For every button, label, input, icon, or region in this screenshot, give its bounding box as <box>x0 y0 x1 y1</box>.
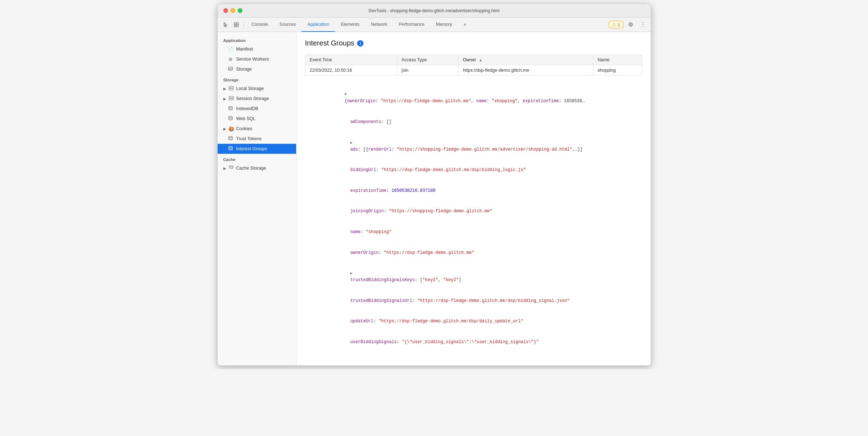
inspect-icon-button[interactable] <box>231 20 241 30</box>
toolbar-right: ⚠ 1 ⚙ ⋮ <box>609 20 648 30</box>
sidebar-item-web-sql[interactable]: Web SQL <box>218 114 296 124</box>
svg-rect-8 <box>229 96 233 98</box>
svg-rect-3 <box>234 25 236 27</box>
more-button[interactable]: ⋮ <box>638 20 648 30</box>
col-owner[interactable]: Owner ▲ <box>459 55 593 65</box>
json-detail-viewer: ▼ {ownerOrigin: "https://dsp-fledge-demo… <box>305 81 642 358</box>
expand-arrow-icon: ▶ <box>223 97 226 101</box>
service-workers-icon: ⚙ <box>228 57 233 62</box>
interest-groups-section: Interest Groups i Event Time Access Type <box>297 32 651 365</box>
tab-performance[interactable]: Performance <box>393 18 430 32</box>
json-line: name: "shopping" <box>314 222 634 243</box>
sidebar-item-label: Cookies <box>236 126 252 131</box>
json-line: userBiddingSignals: "{\"user_bidding_sig… <box>314 332 634 353</box>
cell-owner: https://dsp-fledge-demo.glitch.me <box>459 65 593 76</box>
cursor-icon-button[interactable] <box>220 20 231 30</box>
json-line: joiningOrigin: "https://shopping-fledge-… <box>314 201 634 222</box>
sidebar-item-cookies[interactable]: ▶ 🍪 Cookies <box>218 124 296 134</box>
warning-icon: ⚠ <box>612 22 616 27</box>
toolbar-divider <box>243 21 244 28</box>
cell-name: shopping <box>593 65 642 76</box>
table-row[interactable]: 22/03/2022, 10:50:16 join https://dsp-fl… <box>305 65 642 76</box>
sidebar-item-label: Cache Storage <box>236 166 266 171</box>
sidebar-item-label: Local Storage <box>236 86 264 91</box>
main-content: Application 📄 Manifest ⚙ Service Workers… <box>218 32 651 365</box>
tab-memory[interactable]: Memory <box>430 18 458 32</box>
sidebar-item-label: Storage <box>236 67 252 72</box>
close-button[interactable] <box>223 8 228 13</box>
svg-rect-1 <box>234 23 236 24</box>
svg-rect-2 <box>237 23 238 24</box>
svg-point-14 <box>229 166 233 167</box>
info-icon[interactable]: i <box>357 40 364 47</box>
expand-arrow-icon[interactable]: ▶ <box>350 141 352 145</box>
sidebar-item-label: Manifest <box>236 47 253 52</box>
sidebar-item-service-workers[interactable]: ⚙ Service Workers <box>218 54 296 64</box>
devtools-window: DevTools - shopping-fledge-demo.glitch.m… <box>217 4 651 366</box>
interest-groups-icon <box>228 146 233 152</box>
sidebar-item-label: Service Workers <box>236 57 269 62</box>
sidebar-item-local-storage[interactable]: ▶ Local Storage <box>218 84 296 94</box>
right-panel: Interest Groups i Event Time Access Type <box>297 32 651 365</box>
sidebar-item-label: Interest Groups <box>236 146 267 151</box>
more-icon: ⋮ <box>640 21 646 28</box>
svg-rect-0 <box>225 25 226 27</box>
interest-groups-table: Event Time Access Type Owner ▲ Name <box>305 54 642 76</box>
warning-badge[interactable]: ⚠ 1 <box>609 21 623 28</box>
manifest-icon: 📄 <box>228 47 233 52</box>
tab-network[interactable]: Network <box>365 18 393 32</box>
ig-title-text: Interest Groups <box>305 39 355 47</box>
json-line: ▼ {ownerOrigin: "https://dsp-fledge-demo… <box>314 84 634 112</box>
toolbar-tabs: Console Sources Application Elements Net… <box>246 18 608 32</box>
sidebar-item-indexed-db[interactable]: IndexedDB <box>218 104 296 114</box>
sidebar-item-label: Trust Tokens <box>236 136 262 141</box>
settings-button[interactable]: ⚙ <box>626 20 636 30</box>
minimize-button[interactable] <box>231 8 235 13</box>
sidebar-item-cache-storage[interactable]: ▶ Cache Storage <box>218 163 296 173</box>
trust-tokens-icon <box>228 136 233 142</box>
sidebar-item-session-storage[interactable]: ▶ Session Storage <box>218 94 296 104</box>
json-line[interactable]: ▶ trustedBiddingSignalsKeys: ["key1", "k… <box>314 263 634 291</box>
cell-event-time: 22/03/2022, 10:50:16 <box>305 65 397 76</box>
tab-console[interactable]: Console <box>246 18 274 32</box>
svg-rect-4 <box>237 25 238 27</box>
json-line: ownerOrigin: "https://dsp-fledge-demo.gl… <box>314 242 634 263</box>
svg-rect-9 <box>229 99 233 100</box>
local-storage-icon <box>228 86 234 91</box>
toolbar: Console Sources Application Elements Net… <box>218 18 651 32</box>
cell-access-type: join <box>397 65 458 76</box>
title-bar: DevTools - shopping-fledge-demo.glitch.m… <box>218 4 651 18</box>
sidebar-item-interest-groups[interactable]: Interest Groups <box>218 144 296 154</box>
cache-storage-icon <box>228 165 234 171</box>
table-header-row: Event Time Access Type Owner ▲ Name <box>305 55 642 65</box>
ig-title: Interest Groups i <box>305 39 642 47</box>
tab-more[interactable]: » <box>458 18 472 32</box>
col-name[interactable]: Name <box>593 55 642 65</box>
json-line: expirationTime: 1650538216.837188 <box>314 181 634 202</box>
collapse-arrow[interactable]: ▼ <box>345 93 347 96</box>
settings-icon: ⚙ <box>628 21 633 28</box>
svg-rect-6 <box>229 86 233 88</box>
json-line: trustedBiddingSignalsUrl: "https://dsp-f… <box>314 291 634 312</box>
sidebar-item-manifest[interactable]: 📄 Manifest <box>218 44 296 54</box>
expand-arrow-icon[interactable]: ▶ <box>350 271 352 275</box>
expand-arrow-icon: ▶ <box>223 87 226 91</box>
tab-sources[interactable]: Sources <box>274 18 302 32</box>
svg-point-12 <box>229 136 232 137</box>
tab-elements[interactable]: Elements <box>335 18 365 32</box>
traffic-lights <box>223 8 242 13</box>
col-access-type[interactable]: Access Type <box>397 55 458 65</box>
sidebar-section-application: Application <box>218 35 296 44</box>
cookies-icon: 🍪 <box>228 126 234 132</box>
sidebar: Application 📄 Manifest ⚙ Service Workers… <box>218 32 297 365</box>
col-event-time[interactable]: Event Time <box>305 55 397 65</box>
tab-application[interactable]: Application <box>302 18 335 32</box>
indexed-db-icon <box>228 106 233 112</box>
sidebar-item-trust-tokens[interactable]: Trust Tokens <box>218 134 296 144</box>
json-line: biddingUrl: "https://dsp-fledge-demo.gli… <box>314 160 634 181</box>
sidebar-item-label: Session Storage <box>236 96 269 101</box>
json-line[interactable]: ▶ ads: [{renderUrl: "https://shopping-fl… <box>314 132 634 160</box>
maximize-button[interactable] <box>238 8 242 13</box>
svg-point-11 <box>229 116 232 117</box>
sidebar-item-storage-app[interactable]: Storage <box>218 64 296 74</box>
